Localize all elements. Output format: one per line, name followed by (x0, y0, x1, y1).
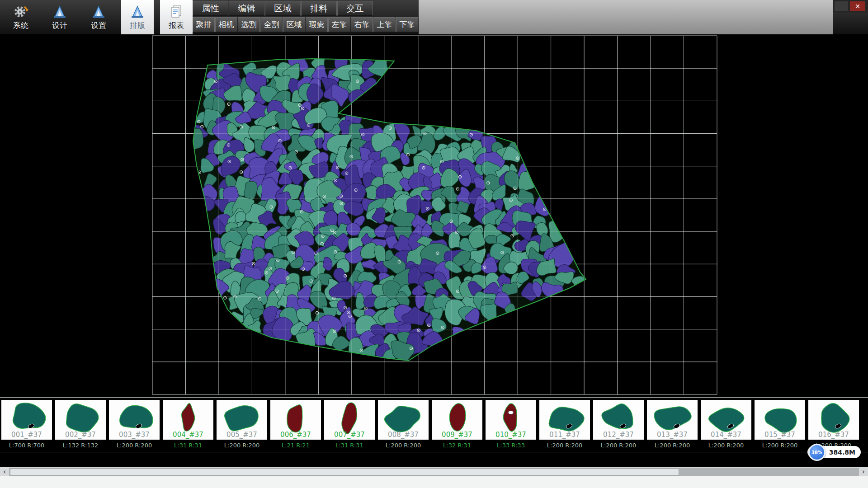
tool-camera[interactable]: 相机 (215, 17, 237, 32)
part-thumbnail: 014_#37 (701, 400, 751, 440)
part-name: 011_#37 (539, 431, 590, 439)
titlebar-spacer (419, 0, 833, 34)
part-tile[interactable]: 001_#37L:700 R:700 (1, 400, 52, 452)
part-tile[interactable]: 013_#37L:200 R:200 (647, 400, 698, 452)
part-name: 003_#37 (109, 431, 160, 439)
hide-nesting-view[interactable] (0, 34, 868, 397)
part-name: 010_#37 (486, 431, 536, 439)
part-tile[interactable]: 004_#37L:31 R:31 (163, 400, 213, 452)
part-thumbnail: 011_#37 (539, 400, 590, 440)
tool-region[interactable]: 区域 (283, 17, 305, 32)
part-tile[interactable]: 003_#37L:200 R:200 (109, 400, 160, 452)
part-thumbnail: 005_#37 (217, 400, 267, 440)
part-name: 005_#37 (217, 431, 267, 439)
app-tab-layout[interactable]: 排版 (121, 0, 154, 34)
part-name: 006_#37 (270, 431, 321, 439)
part-thumbnail: 016_#37 (808, 400, 859, 440)
part-tile[interactable]: 002_#37L:132 R:132 (55, 400, 106, 452)
part-tile[interactable]: 008_#37L:200 R:200 (378, 400, 429, 452)
part-name: 008_#37 (378, 431, 429, 439)
bottom-margin (0, 476, 868, 488)
menu-nesting[interactable]: 排料 (301, 1, 337, 16)
ribbon-block: 属性编辑区域排料交互 聚排相机选割全割区域瑕疵左靠右靠上靠下靠 (193, 0, 419, 34)
part-quantities: L:200 R:200 (539, 440, 590, 450)
tool-select-cut[interactable]: 选割 (238, 17, 260, 32)
part-thumbnail: 010_#37 (486, 400, 536, 440)
part-name: 015_#37 (755, 431, 805, 439)
part-thumbnail: 003_#37 (109, 400, 160, 440)
menu-row: 属性编辑区域排料交互 (193, 0, 419, 17)
set-square-icon (52, 4, 67, 19)
part-thumbnail: 013_#37 (647, 400, 698, 440)
menu-edit[interactable]: 编辑 (229, 1, 264, 16)
close-button[interactable]: ✕ (850, 1, 865, 11)
part-quantities: L:21 R:21 (270, 440, 321, 450)
part-tile[interactable]: 009_#37L:32 R:31 (432, 400, 482, 452)
part-tile[interactable]: 006_#37L:21 R:21 (270, 400, 321, 452)
scroll-right-button[interactable]: › (859, 468, 868, 477)
tool-defect[interactable]: 瑕疵 (306, 17, 328, 32)
part-quantities: L:200 R:200 (217, 440, 267, 450)
set-square-icon (91, 4, 106, 19)
parts-strip: 001_#37L:700 R:700002_#37L:132 R:132003_… (0, 397, 868, 452)
part-quantities: L:132 R:132 (55, 440, 106, 450)
part-name: 014_#37 (701, 431, 751, 439)
app-tab-system[interactable]: 系统 (5, 0, 37, 34)
app-tab-label: 报表 (169, 20, 184, 31)
tool-align-down[interactable]: 下靠 (396, 17, 418, 32)
part-tile[interactable]: 005_#37L:200 R:200 (217, 400, 267, 452)
part-quantities: L:200 R:200 (378, 440, 429, 450)
app-tab-report[interactable]: 报表 (160, 0, 193, 34)
part-thumbnail: 004_#37 (163, 400, 213, 440)
app-tab-label: 设计 (52, 20, 67, 31)
part-tile[interactable]: 012_#37L:200 R:200 (593, 400, 644, 452)
app-tab-label: 排版 (130, 20, 145, 31)
part-tile[interactable]: 007_#37L:31 R:31 (324, 400, 375, 452)
part-quantities: L:31 R:31 (324, 440, 375, 450)
app-tab-settings[interactable]: 设置 (82, 0, 115, 34)
part-name: 007_#37 (324, 431, 375, 439)
tool-row: 聚排相机选割全割区域瑕疵左靠右靠上靠下靠 (193, 17, 419, 33)
tool-cluster-nest[interactable]: 聚排 (193, 17, 215, 32)
part-quantities: L:33 R:33 (486, 440, 536, 450)
part-name: 016_#37 (808, 431, 859, 439)
report-icon (169, 4, 184, 19)
part-quantities: L:700 R:700 (1, 440, 52, 450)
set-square-icon (130, 4, 145, 19)
part-name: 001_#37 (1, 431, 52, 439)
part-thumbnail: 015_#37 (755, 400, 805, 440)
menu-region[interactable]: 区域 (265, 1, 301, 16)
part-thumbnail: 001_#37 (1, 400, 52, 440)
window-controls: — ✕ (833, 0, 868, 13)
app-window: 系统设计设置排版报表 属性编辑区域排料交互 聚排相机选割全割区域瑕疵左靠右靠上靠… (0, 0, 868, 488)
part-name: 002_#37 (55, 431, 106, 439)
menu-properties[interactable]: 属性 (193, 1, 228, 16)
tool-cut-all[interactable]: 全割 (260, 17, 283, 32)
part-thumbnail: 002_#37 (55, 400, 106, 440)
part-tile[interactable]: 015_#37L:200 R:200 (755, 400, 805, 452)
scroll-left-button[interactable]: ‹ (0, 468, 9, 477)
minimize-button[interactable]: — (835, 1, 848, 11)
tool-align-up[interactable]: 上靠 (373, 17, 396, 32)
part-name: 012_#37 (593, 431, 644, 439)
scrollbar-thumb[interactable] (10, 469, 679, 476)
part-quantities: L:200 R:200 (755, 440, 805, 450)
part-name: 004_#37 (163, 431, 213, 439)
app-tab-bar: 系统设计设置排版报表 (0, 0, 193, 34)
tool-align-right[interactable]: 右靠 (351, 17, 373, 32)
nesting-canvas[interactable] (0, 34, 868, 397)
part-quantities: L:200 R:200 (109, 440, 160, 450)
part-thumbnail: 007_#37 (324, 400, 375, 440)
app-tab-design[interactable]: 设计 (43, 0, 76, 34)
part-quantities: L:31 R:31 (163, 440, 213, 450)
progress-badge: 38% (808, 444, 826, 461)
tool-align-left[interactable]: 左靠 (328, 17, 350, 32)
memory-value: 384.8M (829, 449, 855, 456)
part-tile[interactable]: 014_#37L:200 R:200 (701, 400, 751, 452)
app-tab-label: 系统 (13, 20, 28, 31)
app-tab-label: 设置 (91, 20, 106, 31)
menu-interact[interactable]: 交互 (337, 1, 373, 16)
part-tile[interactable]: 010_#37L:33 R:33 (486, 400, 536, 452)
horizontal-scrollbar[interactable]: ‹ › (0, 467, 868, 476)
part-tile[interactable]: 011_#37L:200 R:200 (539, 400, 590, 452)
